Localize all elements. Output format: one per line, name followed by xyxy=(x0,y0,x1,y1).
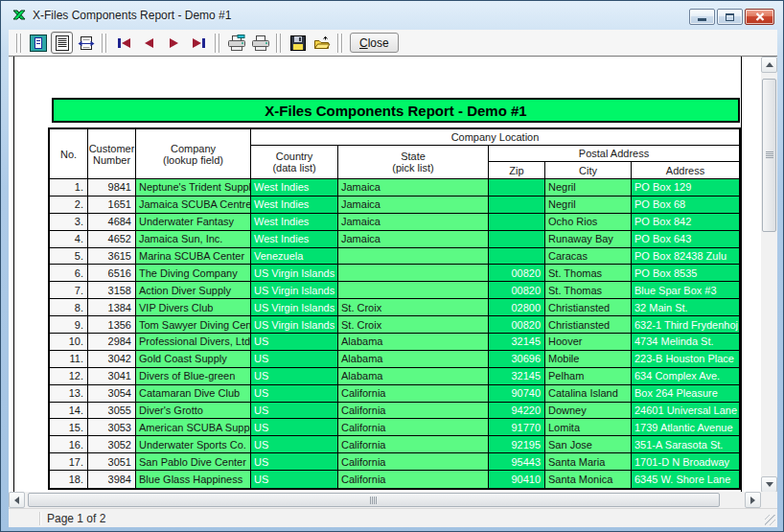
cell-customer: 3052 xyxy=(88,436,136,452)
cell-state: St. Croix xyxy=(338,316,489,333)
cell-customer: 3055 xyxy=(88,403,136,419)
horizontal-scrollbar[interactable] xyxy=(9,492,761,508)
cell-city: Pelham xyxy=(545,368,632,384)
cell-address: 6345 W. Shore Lane xyxy=(632,471,739,488)
cell-country: US Virgin Islands xyxy=(251,282,338,298)
scroll-left-button[interactable] xyxy=(9,492,25,508)
header-zip: Zip xyxy=(489,162,545,178)
cell-company: Jamaica SCUBA Centre xyxy=(136,197,251,213)
open-report-button[interactable] xyxy=(311,32,333,54)
cell-zip: 00820 xyxy=(489,265,545,281)
cell-country: Venezuela xyxy=(251,248,338,265)
cell-no: 15. xyxy=(50,419,88,435)
resize-grip[interactable] xyxy=(765,515,775,525)
printer-setup-button[interactable] xyxy=(225,32,247,54)
cell-address: Box 264 Pleasure xyxy=(632,385,739,402)
close-window-button[interactable] xyxy=(745,9,774,25)
cell-city: Santa Maria xyxy=(545,453,632,470)
cell-state: Jamaica xyxy=(338,197,489,213)
cell-customer: 3053 xyxy=(88,419,136,435)
table-row: 15. 3053 American SCUBA Supply US Califo… xyxy=(50,419,739,436)
cell-company: Diver's Grotto xyxy=(136,403,251,419)
printer-icon xyxy=(251,35,270,51)
table-row: 4. 4652 Jamaica Sun, Inc. West Indies Ja… xyxy=(50,231,739,248)
table-row: 1. 9841 Neptune's Trident Supply West In… xyxy=(50,179,739,197)
scroll-right-button[interactable] xyxy=(745,492,761,508)
minimize-button[interactable] xyxy=(689,9,715,25)
cell-city: Lomita xyxy=(545,419,632,435)
cell-zip: 94220 xyxy=(489,403,545,419)
prev-page-button[interactable] xyxy=(138,33,159,54)
cell-company: Underwater Fantasy xyxy=(136,214,251,230)
cell-zip: 02800 xyxy=(489,299,545,315)
zoom-width-button[interactable] xyxy=(75,32,97,54)
cell-state: Jamaica xyxy=(338,179,489,196)
cell-zip: 90410 xyxy=(489,471,545,488)
cell-address: PO Box 842 xyxy=(632,214,739,230)
cell-no: 14. xyxy=(50,403,88,419)
cell-customer: 3041 xyxy=(88,368,136,384)
cell-address: PO Box 643 xyxy=(632,231,739,247)
zoom-100-button[interactable] xyxy=(51,32,73,54)
cell-company: Divers of Blue-green xyxy=(136,368,251,384)
cell-country: US xyxy=(251,436,338,452)
maximize-button[interactable] xyxy=(717,9,743,25)
cell-company: The Diving Company xyxy=(136,265,251,281)
cell-no: 11. xyxy=(50,351,88,367)
close-button[interactable]: Close xyxy=(350,33,399,53)
cell-state: California xyxy=(338,419,489,435)
report-title-band: X-Files Components Report - Demo #1 xyxy=(52,98,740,123)
cell-no: 10. xyxy=(50,334,88,350)
cell-company: Neptune's Trident Supply xyxy=(136,179,251,196)
next-page-button[interactable] xyxy=(163,33,184,54)
scroll-up-button[interactable] xyxy=(761,57,777,73)
arrow-right-icon xyxy=(750,497,755,504)
header-postal-address: Postal Address xyxy=(489,146,739,162)
cell-city: Runaway Bay xyxy=(545,231,632,247)
arrow-left-icon xyxy=(14,497,19,504)
table-row: 17. 3051 San Pablo Dive Center US Califo… xyxy=(50,453,739,471)
x-files-logo-icon xyxy=(12,8,27,23)
header-country: Country(data list) xyxy=(251,146,338,178)
cell-state: Alabama xyxy=(338,368,489,384)
save-report-button[interactable] xyxy=(287,32,309,54)
cell-country: West Indies xyxy=(251,179,338,196)
cell-country: US xyxy=(251,403,338,419)
zoom-fit-button[interactable] xyxy=(27,32,49,54)
header-company-location: Company Location xyxy=(251,129,739,146)
header-company: Company(lookup field) xyxy=(136,129,251,178)
cell-address: 351-A Sarasota St. xyxy=(632,436,739,452)
cell-no: 17. xyxy=(50,453,88,470)
cell-zip: 32145 xyxy=(489,368,545,384)
cell-state: California xyxy=(338,436,489,452)
cell-zip: 30696 xyxy=(489,351,545,367)
cell-state xyxy=(338,265,489,281)
report-window: X-Files Components Report - Demo #1 xyxy=(0,0,784,532)
scroll-down-button[interactable] xyxy=(761,476,777,492)
page-full-icon xyxy=(54,35,71,52)
horizontal-scroll-thumb[interactable] xyxy=(28,493,720,507)
cell-address: PO Box 68 xyxy=(632,197,739,213)
cell-address: Blue Spar Box #3 xyxy=(632,282,739,298)
first-page-button[interactable] xyxy=(113,33,134,54)
cell-company: Professional Divers, Ltd. xyxy=(136,334,251,350)
printer-setup-icon xyxy=(227,35,246,51)
vertical-scrollbar[interactable] xyxy=(761,57,777,492)
cell-no: 2. xyxy=(50,197,88,213)
cell-city: Caracas xyxy=(545,248,632,265)
cell-city: Christiansted xyxy=(545,299,632,315)
table-row: 12. 3041 Divers of Blue-green US Alabama… xyxy=(50,368,739,385)
vertical-scroll-thumb[interactable] xyxy=(762,79,776,232)
header-customer-number: CustomerNumber xyxy=(88,129,136,178)
last-page-button[interactable] xyxy=(188,33,209,54)
scrollbar-corner xyxy=(761,492,777,508)
cell-address: 32 Main St. xyxy=(632,299,739,315)
print-button[interactable] xyxy=(249,32,271,54)
cell-country: US Virgin Islands xyxy=(251,316,338,333)
table-row: 2. 1651 Jamaica SCUBA Centre West Indies… xyxy=(50,197,739,214)
cell-city: Negril xyxy=(545,179,632,196)
cell-company: Marina SCUBA Center xyxy=(136,248,251,265)
cell-city: Mobile xyxy=(545,351,632,367)
status-separator xyxy=(39,512,41,525)
titlebar[interactable]: X-Files Components Report - Demo #1 xyxy=(1,1,783,30)
